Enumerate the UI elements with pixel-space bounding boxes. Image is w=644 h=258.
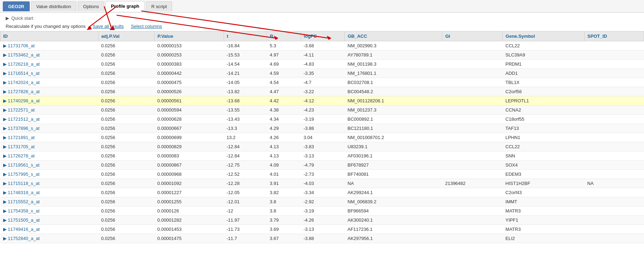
tab-options[interactable]: Options bbox=[78, 1, 104, 11]
table-cell-6: BF740081 bbox=[345, 170, 442, 179]
table-cell-3: -12 bbox=[224, 206, 267, 216]
col-header-b[interactable]: B bbox=[267, 31, 301, 41]
table-row[interactable]: ▶ 11751505_a_at0.02560.00001282-11.973.7… bbox=[0, 216, 644, 225]
table-cell-1: 0.0256 bbox=[98, 234, 154, 243]
tab-geo2r[interactable]: GEO2R bbox=[3, 1, 30, 11]
table-cell-1: 0.0256 bbox=[98, 106, 154, 115]
table-cell-2: 0.00001282 bbox=[154, 216, 224, 225]
table-cell-3: -11.7 bbox=[224, 234, 267, 243]
table-cell-8: C2orf43 bbox=[503, 188, 585, 197]
table-row[interactable]: ▶ 11731705_at0.02560.00000829-12.844.13-… bbox=[0, 142, 644, 151]
table-cell-9 bbox=[584, 161, 644, 170]
table-cell-3: -11.97 bbox=[224, 216, 267, 225]
quick-start-label: Quick start bbox=[11, 16, 33, 21]
toolbar: Recalculate if you changed any options S… bbox=[0, 22, 644, 31]
table-cell-3: -13.68 bbox=[224, 96, 267, 106]
table-cell-1: 0.0256 bbox=[98, 225, 154, 234]
table-row[interactable]: ▶ 11726278_at0.02560.0000083-12.844.13-3… bbox=[0, 151, 644, 161]
table-cell-4: 3.67 bbox=[267, 234, 301, 243]
table-cell-8: CCNA2 bbox=[503, 106, 585, 115]
table-cell-7 bbox=[442, 225, 503, 234]
table-cell-2: 0.00000383 bbox=[154, 60, 224, 69]
save-all-results-link[interactable]: Save all results bbox=[93, 24, 124, 29]
table-cell-3: -14.21 bbox=[224, 69, 267, 78]
tab-value-distribution[interactable]: Value distribution bbox=[31, 1, 77, 11]
table-cell-1: 0.0256 bbox=[98, 170, 154, 179]
table-cell-7 bbox=[442, 170, 503, 179]
table-cell-6: U83239.1 bbox=[345, 142, 442, 151]
quick-start-arrow-icon: ▶ bbox=[6, 16, 9, 21]
col-header-gbacc[interactable]: GB_ACC bbox=[345, 31, 442, 41]
col-header-gi[interactable]: GI bbox=[442, 31, 503, 41]
table-row[interactable]: ▶ 11748318_a_at0.02560.00001227-12.053.8… bbox=[0, 188, 644, 197]
select-columns-link[interactable]: Select columns bbox=[131, 24, 162, 29]
table-row[interactable]: ▶ 11719561_s_at0.02560.00000867-12.754.0… bbox=[0, 161, 644, 170]
table-cell-7 bbox=[442, 197, 503, 206]
table-row[interactable]: ▶ 11757995_s_at0.02560.00000968-12.524.0… bbox=[0, 170, 644, 179]
table-cell-2: 0.00000594 bbox=[154, 106, 224, 115]
col-header-pvalue[interactable]: P.Value bbox=[154, 31, 224, 41]
table-row[interactable]: ▶ 11715118_s_at0.02560.00001092-12.283.9… bbox=[0, 179, 644, 188]
table-cell-2: 0.00001475 bbox=[154, 234, 224, 243]
table-cell-0: ▶ 11751505_a_at bbox=[0, 216, 99, 225]
col-header-id[interactable]: ID bbox=[0, 31, 99, 41]
table-cell-1: 0.0256 bbox=[98, 124, 154, 133]
table-cell-2: 0.00000153 bbox=[154, 41, 224, 50]
table-row[interactable]: ▶ 11754358_x_at0.02560.0000126-123.8-3.1… bbox=[0, 206, 644, 216]
table-cell-1: 0.0256 bbox=[98, 179, 154, 188]
table-cell-4: 4.59 bbox=[267, 69, 301, 78]
table-row[interactable]: ▶ 11727826_a_at0.02560.00000526-13.824.4… bbox=[0, 87, 644, 96]
table-row[interactable]: ▶ 11742024_a_at0.02560.00000475-14.054.5… bbox=[0, 78, 644, 87]
col-header-genesymbol[interactable]: Gene.Symbol bbox=[503, 31, 585, 41]
table-row[interactable]: ▶ 11715552_a_at0.02560.00001255-12.013.8… bbox=[0, 197, 644, 206]
table-cell-1: 0.0256 bbox=[98, 142, 154, 151]
table-cell-4: 5.3 bbox=[267, 41, 301, 50]
table-cell-2: 0.00000667 bbox=[154, 124, 224, 133]
table-cell-6: BC004548.2 bbox=[345, 87, 442, 96]
col-header-t[interactable]: t bbox=[224, 31, 267, 41]
table-cell-0: ▶ 11731705_at bbox=[0, 142, 99, 151]
table-row[interactable]: ▶ 11722571_at0.02560.00000594-13.554.38-… bbox=[0, 106, 644, 115]
table-cell-8: ADD1 bbox=[503, 69, 585, 78]
table-cell-6: BC121180.1 bbox=[345, 124, 442, 133]
table-row[interactable]: ▶ 11726218_a_at0.02560.00000383-14.544.6… bbox=[0, 60, 644, 69]
table-row[interactable]: ▶ 11716514_s_at0.02560.00000442-14.214.5… bbox=[0, 69, 644, 78]
tab-profile-graph[interactable]: Profile graph bbox=[106, 1, 144, 11]
table-cell-6: AK299244.1 bbox=[345, 188, 442, 197]
tab-bar: GEO2R Value distribution Options Profile… bbox=[0, 0, 644, 13]
col-header-adjpval[interactable]: adj.P.Val bbox=[98, 31, 154, 41]
table-cell-9 bbox=[584, 106, 644, 115]
table-cell-5: -4.12 bbox=[301, 96, 345, 106]
col-header-spotid[interactable]: SPOT_ID bbox=[584, 31, 644, 41]
table-cell-6: BC000892.1 bbox=[345, 115, 442, 124]
table-cell-6: BC032708.1 bbox=[345, 78, 442, 87]
table-row[interactable]: ▶ 11752840_a_at0.02560.00001475-11.73.67… bbox=[0, 234, 644, 243]
col-header-logfc[interactable]: logFC bbox=[301, 31, 345, 41]
table-row[interactable]: ▶ 11721891_at0.02560.0000069913.24.263.0… bbox=[0, 133, 644, 142]
recalculate-label: Recalculate if you changed any options bbox=[6, 24, 85, 29]
table-cell-8: C18orf55 bbox=[503, 115, 585, 124]
table-cell-8: TAF13 bbox=[503, 124, 585, 133]
tab-r-script[interactable]: R script bbox=[146, 1, 172, 11]
table-cell-2: 0.00000475 bbox=[154, 78, 224, 87]
table-cell-6: NM_002990.3 bbox=[345, 41, 442, 50]
table-row[interactable]: ▶ 11737896_s_at0.02560.00000667-13.34.29… bbox=[0, 124, 644, 133]
table-row[interactable]: ▶ 11721512_a_at0.02560.00000628-13.434.3… bbox=[0, 115, 644, 124]
table-cell-2: 0.00000968 bbox=[154, 170, 224, 179]
table-cell-0: ▶ 11753462_a_at bbox=[0, 50, 99, 60]
table-cell-5: -2.92 bbox=[301, 197, 345, 206]
table-cell-4: 4.26 bbox=[267, 133, 301, 142]
table-cell-2: 0.00001255 bbox=[154, 197, 224, 206]
table-cell-7 bbox=[442, 124, 503, 133]
table-row[interactable]: ▶ 11749416_a_at0.02560.00001453-11.733.6… bbox=[0, 225, 644, 234]
table-cell-8: PRDM1 bbox=[503, 60, 585, 69]
table-row[interactable]: ▶ 11731706_at0.02560.00000153-16.845.3-3… bbox=[0, 41, 644, 50]
table-cell-5: -3.68 bbox=[301, 41, 345, 50]
table-row[interactable]: ▶ 11753462_a_at0.02560.00000253-15.534.9… bbox=[0, 50, 644, 60]
table-row[interactable]: ▶ 11740298_a_at0.02560.00000561-13.684.4… bbox=[0, 96, 644, 106]
table-cell-2: 0.0000126 bbox=[154, 206, 224, 216]
table-cell-1: 0.0256 bbox=[98, 69, 154, 78]
table-cell-9 bbox=[584, 197, 644, 206]
table-cell-7 bbox=[442, 106, 503, 115]
table-cell-1: 0.0256 bbox=[98, 197, 154, 206]
